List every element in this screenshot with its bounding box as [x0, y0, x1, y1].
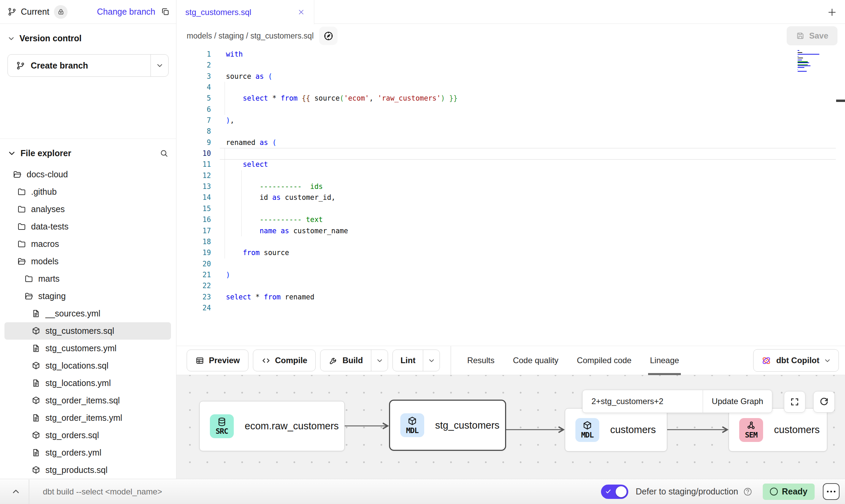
file-tree-item-stg-customers-yml[interactable]: stg_customers.yml: [4, 340, 171, 357]
help-icon[interactable]: [743, 487, 753, 496]
cube-icon: [31, 396, 41, 405]
build-dropdown[interactable]: [371, 350, 388, 371]
file-tree-item-models[interactable]: models: [4, 253, 171, 270]
version-control-header[interactable]: Version control: [8, 33, 169, 43]
cube-icon: [31, 465, 41, 475]
search-icon[interactable]: [159, 149, 169, 158]
editor-tab-stg-customers[interactable]: stg_customers.sql: [176, 0, 314, 24]
indent-guide: [241, 192, 242, 203]
refresh-button[interactable]: [813, 391, 835, 413]
line-number: 24: [176, 302, 211, 313]
tab-lineage[interactable]: Lineage: [641, 346, 688, 375]
folder-open-icon: [24, 292, 33, 301]
ready-status-badge[interactable]: Ready: [763, 484, 815, 500]
minimap[interactable]: [798, 50, 820, 73]
file-tree-item-stg-orders-sql[interactable]: stg_orders.sql: [4, 427, 171, 444]
dbt-copilot-button[interactable]: dbt Copilot: [753, 349, 839, 372]
cube-icon: [582, 420, 592, 431]
file-tree-item-staging[interactable]: staging: [4, 287, 171, 305]
line-number: 3: [176, 71, 211, 82]
breadcrumb-row: models / staging / stg_customers.sql Sav…: [176, 24, 845, 48]
file-name: stg_products.sql: [45, 465, 108, 475]
file-explorer-header[interactable]: File explorer: [0, 148, 176, 158]
file-tree-item--github[interactable]: .github: [4, 183, 171, 201]
lint-button[interactable]: Lint: [392, 350, 440, 371]
command-input[interactable]: dbt build --select <model_name>: [43, 487, 162, 496]
lineage-selector-input[interactable]: 2+stg_customers+2: [583, 390, 703, 413]
overflow-menu-button[interactable]: [823, 483, 840, 500]
code-line-19: 19 from source: [176, 247, 845, 258]
file-tree-item--sources-yml[interactable]: __sources.yml: [4, 305, 171, 322]
fullscreen-button[interactable]: [784, 391, 805, 413]
defer-toggle[interactable]: [601, 485, 628, 499]
close-icon[interactable]: [297, 8, 305, 16]
indent-guide: [225, 82, 225, 93]
file-icon: [31, 309, 41, 318]
lint-dropdown[interactable]: [423, 350, 440, 371]
save-button[interactable]: Save: [787, 26, 837, 45]
lineage-node-sem-customers[interactable]: SEMcustomers: [729, 408, 827, 451]
update-graph-button[interactable]: Update Graph: [703, 390, 772, 413]
preview-button[interactable]: Preview: [187, 350, 248, 371]
file-explorer-title: File explorer: [20, 148, 71, 158]
indent-guide: [225, 159, 225, 170]
file-name: stg_orders.sql: [45, 430, 99, 440]
file-name: stg_locations.yml: [45, 378, 111, 388]
tab-results[interactable]: Results: [458, 346, 504, 375]
tab-code-quality[interactable]: Code quality: [504, 346, 568, 375]
file-tree-item-stg-locations-yml[interactable]: stg_locations.yml: [4, 374, 171, 392]
build-button[interactable]: Build: [320, 350, 388, 371]
chevron-down-icon: [376, 357, 383, 364]
expand-command-panel-button[interactable]: [8, 487, 23, 496]
lineage-canvas[interactable]: 2+stg_customers+2 Update Graph SRCecom.r…: [176, 375, 845, 479]
file-name: macros: [31, 239, 59, 249]
line-number: 11: [176, 159, 211, 170]
action-toolbar: Preview Compile Build Lint ResultsCode q…: [176, 346, 845, 375]
current-branch-label: Current: [21, 7, 49, 17]
editor-scrollbar-thumb[interactable]: [836, 100, 845, 102]
lineage-node-mdl-stg-customers[interactable]: MDLstg_customers: [389, 400, 506, 451]
docs-compass-button[interactable]: [319, 27, 338, 45]
file-tree-item-stg-locations-sql[interactable]: stg_locations.sql: [4, 357, 171, 374]
line-number: 2: [176, 60, 211, 71]
ready-label: Ready: [782, 487, 807, 496]
code-line-21: 21): [176, 269, 845, 280]
code-line-22: 22: [176, 280, 845, 291]
file-tree-item-stg-order-items-sql[interactable]: stg_order_items.sql: [4, 392, 171, 409]
file-tree-item-analyses[interactable]: analyses: [4, 201, 171, 218]
file-tree-item-stg-customers-sql[interactable]: stg_customers.sql: [4, 322, 171, 340]
code-line-18: 18: [176, 236, 845, 247]
code-editor[interactable]: 1with23source as (45 select * from {{ so…: [176, 48, 845, 346]
change-branch-link[interactable]: Change branch: [97, 7, 155, 17]
copy-icon[interactable]: [161, 7, 170, 16]
indent-guide: [225, 236, 225, 247]
line-number: 7: [176, 115, 211, 126]
refresh-icon: [819, 397, 829, 407]
tab-compiled-code[interactable]: Compiled code: [568, 346, 641, 375]
file-tree-item-docs-cloud[interactable]: docs-cloud: [4, 166, 171, 183]
create-branch-main[interactable]: Create branch: [8, 61, 151, 71]
badge-label: SRC: [216, 427, 228, 435]
lineage-node-src-ecom-raw-customers[interactable]: SRCecom.raw_customers: [199, 401, 345, 451]
line-content: ),: [226, 115, 234, 126]
line-content: select * from {{ source('ecom', 'raw_cus…: [226, 93, 458, 104]
file-tree-item-marts[interactable]: marts: [4, 270, 171, 287]
code-line-8: 8: [176, 126, 845, 137]
file-tree-item-stg-order-items-yml[interactable]: stg_order_items.yml: [4, 409, 171, 427]
file-name: stg_locations.sql: [45, 361, 109, 371]
code-line-10: 10: [176, 148, 845, 159]
file-tree-item-stg-products-sql[interactable]: stg_products.sql: [4, 461, 171, 479]
folder-icon: [17, 187, 26, 196]
compile-button[interactable]: Compile: [253, 350, 316, 371]
lineage-node-mdl-customers[interactable]: MDLcustomers: [565, 408, 667, 451]
copilot-label: dbt Copilot: [776, 356, 819, 365]
file-tree-item-stg-orders-yml[interactable]: stg_orders.yml: [4, 444, 171, 461]
create-branch-button[interactable]: Create branch: [8, 54, 169, 77]
create-branch-dropdown[interactable]: [151, 55, 168, 76]
file-tree-item-macros[interactable]: macros: [4, 235, 171, 253]
chevron-down-icon: [8, 35, 15, 42]
file-name: stg_order_items.yml: [45, 413, 122, 423]
folder-open-icon: [17, 257, 26, 266]
new-tab-button[interactable]: [826, 6, 838, 18]
file-tree-item-data-tests[interactable]: data-tests: [4, 218, 171, 235]
